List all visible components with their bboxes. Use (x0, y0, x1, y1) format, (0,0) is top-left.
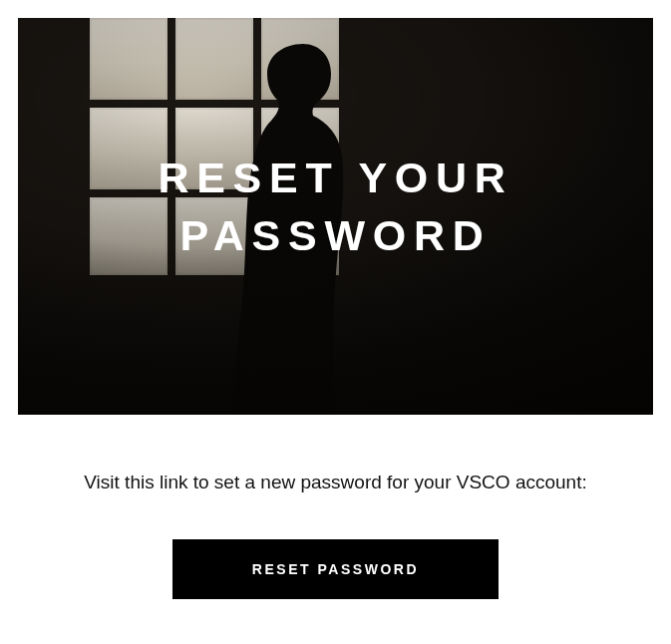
reset-password-button[interactable]: RESET PASSWORD (172, 539, 499, 599)
hero-image: RESET YOUR PASSWORD (18, 18, 653, 415)
hero-title: RESET YOUR PASSWORD (18, 149, 653, 264)
body-copy: Visit this link to set a new password fo… (18, 469, 653, 497)
cta-container: RESET PASSWORD (18, 539, 653, 599)
